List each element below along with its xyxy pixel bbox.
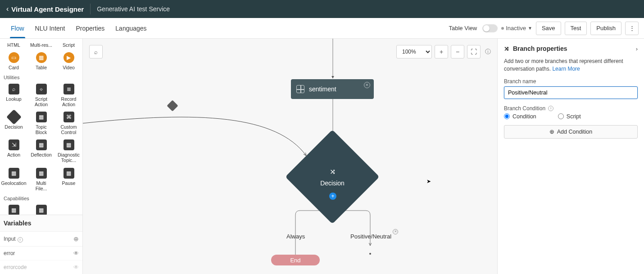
script-radio-label: Script (567, 113, 581, 120)
action-icon: ⇲ (9, 139, 19, 150)
tab-languages[interactable]: Languages (110, 18, 152, 38)
back-chevron-icon[interactable]: ‹ (6, 5, 9, 13)
video-icon: ▶ (63, 52, 74, 63)
palette-multi-response[interactable]: Multi-res... (27, 40, 55, 49)
pause-icon: ▦ (63, 168, 74, 179)
palette-diagnostic-topic[interactable]: ▦Diagnostic Topic... (55, 137, 82, 165)
palette-lookup[interactable]: ⌕Lookup (0, 81, 27, 109)
header-divider (90, 4, 91, 14)
palette-multi-file-label: Multi File... (28, 180, 54, 191)
node-decision[interactable]: ⤨ Decision (299, 144, 366, 210)
node-decision-label: Decision (320, 180, 345, 187)
publish-button[interactable]: Publish (590, 22, 621, 35)
record-action-icon: ≣ (63, 84, 74, 94)
node-sentiment[interactable]: sentiment ✕ (291, 79, 374, 99)
chevron-down-icon: ▼ (528, 26, 532, 31)
status-label: Inactive (506, 25, 526, 31)
add-input-variable-button[interactable]: ⊕ (73, 235, 79, 243)
palette-video-label: Video (56, 65, 82, 70)
table-view-label: Table View (449, 25, 477, 31)
palette-card[interactable]: ▭Card (0, 49, 27, 72)
branch-always-label[interactable]: Always (286, 233, 305, 240)
condition-radio[interactable]: Condition (504, 113, 536, 120)
eye-icon[interactable]: 👁 (73, 250, 79, 256)
palette-action[interactable]: ⇲Action (0, 137, 27, 165)
palette-custom-control-label: Custom Control (56, 124, 82, 135)
node-close-button[interactable]: ✕ (364, 82, 370, 88)
tab-nlu-intent[interactable]: NLU Intent (30, 18, 71, 38)
info-icon[interactable]: i (548, 106, 553, 111)
status-dot-icon (501, 27, 504, 30)
tab-flow-label: Flow (11, 25, 24, 32)
info-icon[interactable]: i (18, 237, 23, 243)
palette-topic-block[interactable]: ▦Topic Block (27, 109, 55, 137)
test-label: Test (571, 25, 581, 31)
publish-label: Publish (596, 25, 616, 31)
branch-condition-label: Branch Condition i (504, 105, 638, 112)
variables-input-row: Inputi ⊕ (0, 231, 82, 246)
tab-properties[interactable]: Properties (71, 18, 110, 38)
palette-record-action-label: Record Action (56, 96, 82, 107)
add-condition-label: Add Condition (557, 129, 593, 135)
flow-canvas[interactable]: ⌕ 100% + − ⛶ ⓘ (83, 39, 497, 274)
branch-split-icon: ⤨ (504, 45, 509, 52)
add-condition-button[interactable]: ⊕ Add Condition (504, 125, 638, 139)
palette-card-label: Card (1, 65, 27, 70)
palette-geolocation[interactable]: ▦Geolocation (0, 165, 27, 193)
palette-decision[interactable]: Decision (0, 109, 27, 137)
script-radio[interactable]: Script (558, 113, 581, 120)
palette-capability-2[interactable]: ▦ (27, 202, 55, 215)
script-radio-input[interactable] (558, 113, 564, 119)
eye-icon[interactable]: 👁 (73, 264, 79, 270)
deflection-icon: ▦ (36, 139, 47, 150)
palette-capability-empty (55, 202, 82, 215)
branch-positive-label[interactable]: Positive/Neutral (350, 233, 391, 240)
geolocation-icon: ▦ (9, 168, 19, 179)
grid-icon (296, 85, 304, 93)
topic-block-icon: ▦ (36, 112, 47, 122)
branch-name-input[interactable] (504, 86, 638, 99)
add-branch-button[interactable]: + (329, 193, 336, 200)
tab-flow[interactable]: Flow (5, 18, 30, 38)
tab-languages-label: Languages (115, 25, 146, 32)
palette-lookup-label: Lookup (1, 96, 27, 102)
variable-errorcode-row[interactable]: errorcode 👁 (0, 260, 82, 274)
tab-bar: Flow NLU Intent Properties Languages Tab… (0, 18, 644, 39)
node-end-label: End (290, 257, 300, 264)
branch-split-icon: ⤨ (330, 167, 336, 176)
palette-script[interactable]: Script (55, 40, 82, 49)
test-button[interactable]: Test (565, 22, 587, 35)
condition-radio-input[interactable] (504, 113, 510, 119)
variables-header[interactable]: Variables (0, 215, 82, 231)
panel-collapse-chevron-icon[interactable]: › (636, 45, 638, 52)
overflow-menu-button[interactable]: ⋮ (625, 22, 639, 35)
variable-error-label: error (4, 250, 15, 256)
utilities-section-label: Utilities (0, 72, 82, 81)
save-button[interactable]: Save (536, 22, 561, 35)
node-end[interactable]: End (271, 255, 320, 265)
branch-condition-label-text: Branch Condition (504, 105, 545, 112)
palette-pause[interactable]: ▦Pause (55, 165, 82, 193)
learn-more-link[interactable]: Learn More (552, 66, 580, 72)
palette-table[interactable]: ▦Table (27, 49, 55, 72)
palette-action-label: Action (1, 152, 27, 157)
palette-record-action[interactable]: ≣Record Action (55, 81, 82, 109)
variable-error-row[interactable]: error 👁 (0, 246, 82, 260)
status-dropdown[interactable]: Inactive ▼ (501, 25, 532, 31)
palette-script-action[interactable]: ⟐Script Action (27, 81, 55, 109)
palette-deflection[interactable]: ▦Deflection (27, 137, 55, 165)
table-view-toggle[interactable] (482, 24, 498, 32)
branch-remove-button[interactable]: ✕ (393, 229, 398, 234)
palette-custom-control[interactable]: ⌘Custom Control (55, 109, 82, 137)
variable-errorcode-label: errorcode (4, 264, 27, 270)
top-header: ‹ Virtual Agent Designer Generative AI t… (0, 0, 644, 18)
decision-icon (6, 109, 22, 125)
palette-multi-file[interactable]: ▦Multi File... (27, 165, 55, 193)
palette-video[interactable]: ▶Video (55, 49, 82, 72)
capability-icon: ▦ (9, 205, 19, 215)
palette-pause-label: Pause (56, 180, 82, 186)
palette-html[interactable]: HTML (0, 40, 27, 49)
palette-capability-1[interactable]: ▦ (0, 202, 27, 215)
panel-title: Branch properties (513, 45, 567, 52)
palette-script-label: Script (56, 42, 82, 48)
